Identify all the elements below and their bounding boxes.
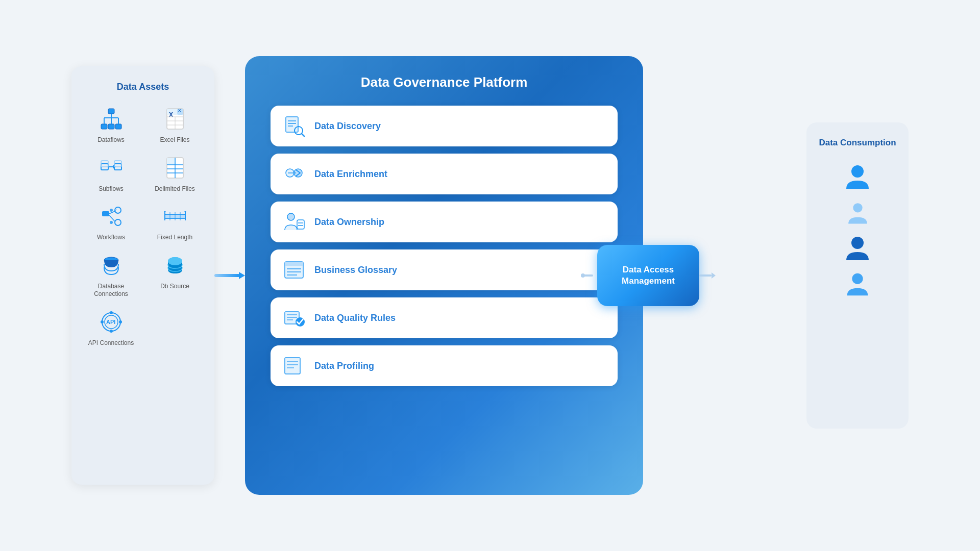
- svg-point-32: [115, 219, 121, 226]
- main-container: Data Assets Dat: [31, 31, 949, 520]
- svg-rect-30: [102, 211, 109, 216]
- svg-rect-71: [297, 220, 304, 229]
- svg-point-70: [287, 213, 295, 220]
- dbsource-icon: [161, 251, 189, 280]
- asset-workflows[interactable]: ✓ Workflows: [82, 202, 140, 242]
- svg-point-88: [851, 165, 864, 178]
- governance-card-profiling[interactable]: Data Profiling: [271, 345, 618, 386]
- governance-title: Data Governance Platform: [361, 74, 528, 90]
- svg-point-57: [101, 320, 104, 323]
- user-avatar-4: [842, 268, 873, 299]
- svg-point-56: [110, 330, 113, 333]
- governance-card-glossary[interactable]: Business Glossary: [271, 249, 618, 290]
- governance-card-enrichment[interactable]: Data Enrichment: [271, 154, 618, 194]
- svg-rect-1: [101, 124, 107, 129]
- access-management-box[interactable]: Data Access Management: [597, 245, 699, 306]
- discovery-label: Data Discovery: [314, 121, 381, 132]
- svg-point-91: [852, 273, 863, 284]
- fixedlength-label: Fixed Length: [157, 234, 192, 242]
- svg-point-89: [853, 203, 862, 212]
- subflows-icon: [97, 154, 126, 182]
- svg-text:✓: ✓: [114, 208, 117, 212]
- asset-subflows[interactable]: Subflows: [82, 154, 140, 193]
- apiconnections-label: API Connections: [88, 339, 134, 347]
- excel-icon: X X: [161, 105, 189, 133]
- consumption-title: Data Consumption: [819, 138, 896, 148]
- user-avatar-2: [842, 197, 873, 228]
- ownership-label: Data Ownership: [314, 217, 384, 228]
- svg-rect-75: [285, 262, 303, 266]
- svg-point-90: [851, 237, 864, 249]
- data-assets-title: Data Assets: [117, 82, 169, 92]
- delimited-icon: [161, 154, 189, 182]
- svg-point-36: [110, 221, 113, 224]
- dbconnections-label: Database Connections: [82, 283, 140, 298]
- svg-marker-46: [164, 211, 166, 212]
- profiling-icon: [283, 355, 305, 377]
- user-avatar-3: [842, 233, 873, 263]
- dbsource-label: Db Source: [160, 283, 189, 291]
- governance-card-ownership[interactable]: Data Ownership: [271, 202, 618, 242]
- delimited-label: Delimited Files: [155, 185, 195, 193]
- svg-rect-0: [108, 109, 114, 114]
- svg-point-35: [110, 209, 113, 212]
- svg-text:X: X: [178, 108, 181, 113]
- enrichment-label: Data Enrichment: [314, 169, 387, 180]
- svg-rect-3: [115, 124, 121, 129]
- user-avatar-1: [842, 161, 873, 192]
- svg-point-51: [168, 257, 182, 265]
- asset-apiconnections[interactable]: API API Connections: [82, 308, 140, 347]
- consumption-panel: Data Consumption: [806, 122, 909, 429]
- svg-text:API: API: [106, 319, 115, 325]
- asset-dbsource[interactable]: Db Source: [145, 251, 204, 298]
- svg-rect-84: [285, 358, 300, 374]
- glossary-icon: [283, 259, 305, 281]
- svg-rect-61: [286, 117, 298, 132]
- asset-dataflows[interactable]: Dataflows: [82, 105, 140, 144]
- governance-card-discovery[interactable]: Data Discovery: [271, 106, 618, 146]
- dbconnections-icon: [97, 251, 126, 280]
- access-management-label: Data Access Management: [605, 264, 691, 287]
- ownership-icon: [283, 211, 305, 233]
- glossary-label: Business Glossary: [314, 265, 397, 276]
- governance-items: Data Discovery Data Enrichment: [271, 106, 618, 386]
- dataflows-icon: [97, 105, 126, 133]
- data-assets-panel: Data Assets Dat: [71, 66, 214, 485]
- svg-point-55: [110, 311, 113, 314]
- svg-rect-2: [108, 124, 114, 129]
- subflows-label: Subflows: [99, 185, 124, 193]
- governance-panel: Data Governance Platform Data Discovery: [245, 56, 643, 495]
- svg-marker-47: [184, 211, 186, 212]
- asset-excel[interactable]: X X Excel Files: [145, 105, 204, 144]
- dataflows-label: Dataflows: [97, 136, 125, 144]
- svg-line-66: [302, 134, 304, 136]
- enrichment-icon: [283, 163, 305, 185]
- svg-marker-60: [239, 272, 245, 279]
- apiconnections-icon: API: [97, 308, 126, 336]
- asset-delimited[interactable]: Delimited Files: [145, 154, 204, 193]
- discovery-icon: [283, 115, 305, 137]
- asset-dbconnections[interactable]: Database Connections: [82, 251, 140, 298]
- assets-grid: Dataflows X X E: [77, 105, 209, 347]
- asset-fixedlength[interactable]: Fixed Length: [145, 202, 204, 242]
- workflows-label: Workflows: [97, 234, 125, 242]
- profiling-label: Data Profiling: [314, 361, 374, 371]
- svg-rect-59: [214, 274, 240, 277]
- left-arrow-connector: [214, 268, 245, 283]
- svg-point-58: [119, 320, 122, 323]
- governance-card-quality[interactable]: Data Quality Rules: [271, 297, 618, 338]
- svg-text:X: X: [169, 111, 173, 118]
- excel-label: Excel Files: [160, 136, 189, 144]
- consumption-section: Data Consumption: [725, 122, 909, 429]
- fixedlength-icon: [161, 202, 189, 231]
- svg-line-34: [109, 215, 115, 221]
- quality-icon: [283, 307, 305, 329]
- workflows-icon: ✓: [97, 202, 126, 231]
- quality-label: Data Quality Rules: [314, 313, 396, 323]
